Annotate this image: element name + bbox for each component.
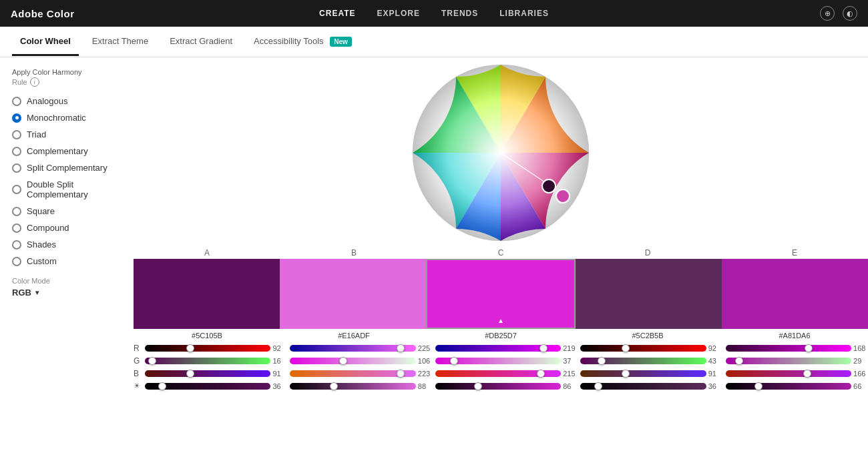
slider-g-e[interactable]: 29 xyxy=(726,357,868,365)
val-b-a: 91 xyxy=(272,370,287,378)
radio-square[interactable]: Square xyxy=(12,206,122,216)
sliders-area: R 92 225 21 xyxy=(134,342,868,392)
user-icon[interactable]: ◐ xyxy=(843,6,857,21)
slider-b-b[interactable]: 223 xyxy=(290,370,432,378)
color-mode-section: Color Mode RGB ▾ xyxy=(12,277,122,298)
svg-point-5 xyxy=(556,189,570,203)
hex-values-row: #5C105B #E16ADF #DB25D7 #5C2B5B #A81DA6 xyxy=(134,329,868,342)
harmony-sublabel: Rule i xyxy=(12,77,122,87)
swatch-c[interactable]: ▲ xyxy=(426,259,575,329)
active-indicator: ▲ xyxy=(497,317,504,324)
main-area: Apply Color Harmony Rule i Analogous Mon… xyxy=(0,57,868,467)
slider-b-e[interactable]: 166 xyxy=(726,370,868,378)
g-label: G xyxy=(134,356,143,366)
hex-e[interactable]: #A81DA6 xyxy=(721,332,868,340)
color-wheel-svg xyxy=(411,63,591,243)
tab-extract-theme[interactable]: Extract Theme xyxy=(84,28,156,56)
val-r-b: 225 xyxy=(418,344,433,352)
swatch-a[interactable] xyxy=(134,259,280,329)
radio-custom[interactable]: Custom xyxy=(12,256,122,266)
slider-row-g: G 16 106 37 xyxy=(134,356,868,366)
val-br-d: 36 xyxy=(708,382,723,390)
swatch-b[interactable] xyxy=(280,259,426,329)
val-b-e: 166 xyxy=(853,370,868,378)
tab-color-wheel[interactable]: Color Wheel xyxy=(12,28,79,56)
radio-triad[interactable]: Triad xyxy=(12,129,122,139)
slider-g-b[interactable]: 106 xyxy=(290,357,432,365)
slider-row-r: R 92 225 21 xyxy=(134,344,868,353)
slider-br-a[interactable]: 36 xyxy=(145,382,287,390)
radio-monochromatic[interactable]: Monochromatic xyxy=(12,113,122,123)
val-b-d: 91 xyxy=(708,370,723,378)
radio-compound[interactable]: Compound xyxy=(12,223,122,233)
wheel-wrapper xyxy=(134,57,868,243)
radio-circle-shades xyxy=(12,240,21,250)
val-r-d: 92 xyxy=(708,344,723,352)
hex-d[interactable]: #5C2B5B xyxy=(574,332,721,340)
val-g-a: 16 xyxy=(272,357,287,365)
slider-g-c[interactable]: 37 xyxy=(435,357,578,365)
slider-br-c[interactable]: 86 xyxy=(435,382,578,390)
brightness-icon: ☀ xyxy=(134,382,143,390)
val-r-e: 168 xyxy=(853,344,868,352)
nav-explore[interactable]: EXPLORE xyxy=(377,9,420,18)
val-r-a: 92 xyxy=(272,344,287,352)
slider-br-b[interactable]: 88 xyxy=(290,382,432,390)
radio-shades[interactable]: Shades xyxy=(12,240,122,250)
slider-br-e[interactable]: 66 xyxy=(726,382,868,390)
val-br-c: 86 xyxy=(563,382,578,390)
swatches-row: ▲ xyxy=(134,259,868,329)
radio-split-complementary[interactable]: Split Complementary xyxy=(12,163,122,173)
harmony-label: Apply Color Harmony xyxy=(12,68,122,76)
r-label: R xyxy=(134,344,143,353)
label-b: B xyxy=(280,248,427,258)
color-wheel-container[interactable] xyxy=(411,63,591,243)
nav-libraries[interactable]: LIBRARIES xyxy=(499,9,549,18)
slider-b-d[interactable]: 91 xyxy=(580,370,722,378)
tab-accessibility-tools[interactable]: Accessibility Tools New xyxy=(246,28,360,56)
nav-trends[interactable]: TRENDS xyxy=(441,9,478,18)
globe-icon[interactable]: ⊕ xyxy=(820,6,835,21)
slider-r-d[interactable]: 92 xyxy=(580,344,722,352)
radio-circle-analogous xyxy=(12,97,21,106)
hex-b[interactable]: #E16ADF xyxy=(280,332,427,340)
label-a: A xyxy=(134,248,280,258)
slider-g-d[interactable]: 43 xyxy=(580,357,722,365)
sidebar: Apply Color Harmony Rule i Analogous Mon… xyxy=(0,57,134,467)
color-mode-select[interactable]: RGB ▾ xyxy=(12,288,122,298)
chevron-down-icon: ▾ xyxy=(35,289,39,296)
swatch-e[interactable] xyxy=(722,259,868,329)
slider-r-c[interactable]: 219 xyxy=(435,344,578,352)
radio-double-split[interactable]: Double Split Complementary xyxy=(12,179,122,199)
slider-r-b[interactable]: 225 xyxy=(290,344,432,352)
slider-r-e[interactable]: 168 xyxy=(726,344,868,352)
radio-circle-compound xyxy=(12,223,21,233)
label-e: E xyxy=(721,248,868,258)
b-label: B xyxy=(134,369,143,378)
tab-extract-gradient[interactable]: Extract Gradient xyxy=(162,28,240,56)
hex-c[interactable]: #DB25D7 xyxy=(427,332,574,340)
val-br-b: 88 xyxy=(418,382,433,390)
radio-analogous[interactable]: Analogous xyxy=(12,96,122,106)
label-c: C xyxy=(427,248,574,258)
info-icon[interactable]: i xyxy=(30,77,39,87)
slider-b-c[interactable]: 215 xyxy=(435,370,578,378)
svg-point-4 xyxy=(542,179,556,193)
slider-r-a[interactable]: 92 xyxy=(145,344,287,352)
radio-complementary[interactable]: Complementary xyxy=(12,146,122,156)
val-b-b: 223 xyxy=(418,370,433,378)
tabs-bar: Color Wheel Extract Theme Extract Gradie… xyxy=(0,27,868,57)
radio-circle-complementary xyxy=(12,147,21,156)
main-nav: CREATE EXPLORE TRENDS LIBRARIES xyxy=(319,9,549,18)
slider-g-a[interactable]: 16 xyxy=(145,357,287,365)
hex-a[interactable]: #5C105B xyxy=(134,332,280,340)
nav-create[interactable]: CREATE xyxy=(319,9,355,18)
val-g-c: 37 xyxy=(563,357,578,365)
val-br-e: 66 xyxy=(853,382,868,390)
slider-b-a[interactable]: 91 xyxy=(145,370,287,378)
slider-br-d[interactable]: 36 xyxy=(580,382,722,390)
swatch-d[interactable] xyxy=(576,259,722,329)
slider-row-brightness: ☀ 36 88 86 xyxy=(134,382,868,390)
radio-circle-split xyxy=(12,163,21,173)
radio-circle-triad xyxy=(12,130,21,139)
